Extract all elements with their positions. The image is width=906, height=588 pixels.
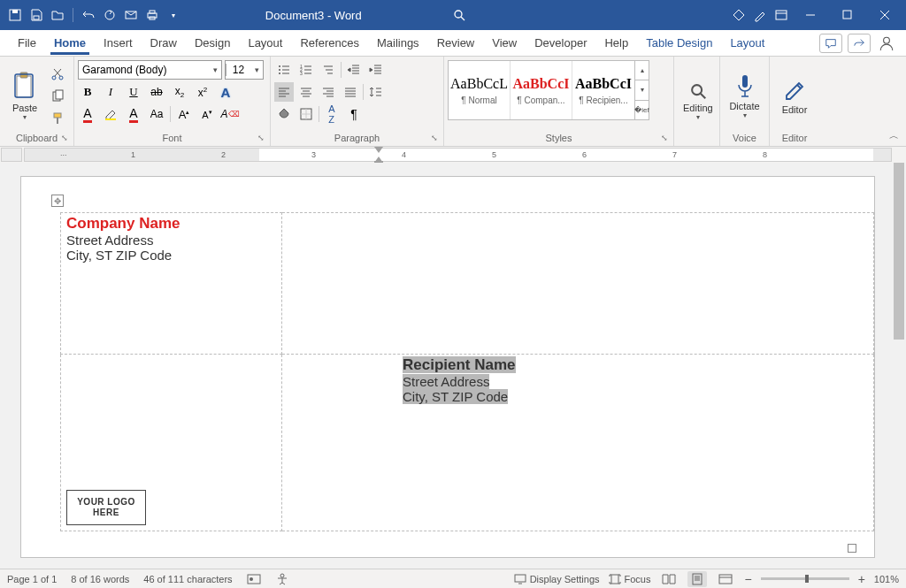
word-count[interactable]: 8 of 16 words — [71, 574, 129, 584]
gallery-up-icon[interactable]: ▴ — [635, 61, 649, 80]
strikethrough-icon[interactable]: ab — [147, 82, 166, 102]
document-area[interactable]: ✥ Company Name Street Address City, ST Z… — [0, 163, 906, 569]
paste-button[interactable]: Paste ▾ — [4, 60, 46, 132]
clipboard-launcher-icon[interactable]: ⤡ — [61, 134, 72, 144]
undo-icon[interactable] — [79, 5, 98, 25]
subscript-icon[interactable]: x2 — [170, 82, 189, 102]
zoom-out-icon[interactable]: − — [744, 572, 751, 586]
text-effects-icon[interactable]: A — [216, 82, 235, 102]
close-button[interactable] — [867, 3, 902, 27]
table-move-handle-icon[interactable]: ✥ — [51, 195, 64, 207]
ruler[interactable]: ··· 1 2 3 4 5 6 7 8 — [0, 147, 906, 163]
line-spacing-icon[interactable] — [366, 82, 386, 102]
indent-marker-icon[interactable] — [374, 154, 383, 163]
tab-table-layout[interactable]: Layout — [721, 30, 773, 57]
tab-view[interactable]: View — [483, 30, 526, 57]
zoom-slider[interactable] — [761, 577, 849, 580]
highlight-icon[interactable] — [101, 104, 120, 124]
tab-review[interactable]: Review — [428, 30, 484, 57]
copy-icon[interactable] — [48, 87, 67, 106]
page-indicator[interactable]: Page 1 of 1 — [7, 574, 57, 584]
zoom-in-icon[interactable]: + — [858, 572, 865, 586]
logo-cell[interactable]: YOUR LOGO HERE — [61, 355, 282, 531]
qat-more-icon[interactable]: ▾ — [164, 5, 183, 25]
print-icon[interactable] — [142, 5, 162, 25]
tab-file[interactable]: File — [9, 30, 45, 57]
sender-cell[interactable]: Company Name Street Address City, ST ZIP… — [61, 213, 282, 355]
font-color2-icon[interactable]: A — [124, 104, 143, 124]
styles-launcher-icon[interactable]: ⤡ — [661, 134, 672, 144]
mail-icon[interactable] — [121, 5, 141, 25]
multilevel-icon[interactable] — [319, 60, 338, 80]
indent-marker-icon[interactable] — [374, 147, 383, 154]
italic-icon[interactable]: I — [101, 82, 120, 102]
empty-cell[interactable] — [282, 213, 874, 355]
vertical-scrollbar[interactable] — [892, 163, 906, 569]
envelope-table[interactable]: Company Name Street Address City, ST ZIP… — [60, 212, 874, 531]
zoom-level[interactable]: 101% — [874, 574, 899, 584]
chevron-down-icon[interactable]: ▾ — [209, 65, 221, 74]
open-icon[interactable] — [48, 5, 67, 25]
styles-gallery[interactable]: AaBbCcL ¶ Normal AaBbCcI ¶ Compan... AaB… — [448, 60, 649, 120]
tab-insert[interactable]: Insert — [95, 30, 142, 57]
editing-button[interactable]: Editing ▾ — [678, 60, 718, 142]
minimize-button[interactable] — [793, 3, 828, 27]
pen-icon[interactable] — [750, 5, 770, 25]
table-resize-handle-icon[interactable] — [848, 544, 856, 553]
align-right-icon[interactable] — [319, 82, 338, 102]
gallery-more-icon[interactable]: �ief — [635, 101, 649, 119]
underline-icon[interactable]: U — [124, 82, 143, 102]
style-normal[interactable]: AaBbCcL ¶ Normal — [449, 61, 511, 119]
tab-table-design[interactable]: Table Design — [637, 30, 721, 57]
search-icon[interactable] — [449, 5, 469, 25]
align-center-icon[interactable] — [296, 82, 316, 102]
display-settings-button[interactable]: Display Settings — [514, 574, 600, 584]
borders-icon[interactable] — [296, 104, 316, 124]
superscript-icon[interactable]: x2 — [193, 82, 212, 102]
font-name-combo[interactable]: Garamond (Body) ▾ — [78, 60, 222, 80]
paragraph-launcher-icon[interactable]: ⤡ — [431, 134, 441, 144]
style-recipient[interactable]: AaBbCcI ¶ Recipien... — [572, 61, 634, 119]
decrease-indent-icon[interactable] — [344, 60, 364, 80]
print-layout-icon[interactable] — [687, 571, 707, 587]
tab-home[interactable]: Home — [45, 30, 95, 57]
shading-icon[interactable] — [274, 104, 294, 124]
macro-icon[interactable] — [247, 573, 261, 585]
editor-button[interactable]: Editor — [773, 60, 816, 132]
tab-help[interactable]: Help — [595, 30, 637, 57]
maximize-button[interactable] — [830, 3, 865, 27]
shrink-font-icon[interactable]: A▾ — [197, 104, 217, 124]
tab-draw[interactable]: Draw — [142, 30, 186, 57]
tab-references[interactable]: References — [291, 30, 367, 57]
gallery-down-icon[interactable]: ▾ — [635, 80, 649, 100]
char-count[interactable]: 46 of 111 characters — [143, 574, 232, 584]
chevron-down-icon[interactable]: ▾ — [250, 65, 263, 74]
bold-icon[interactable]: B — [78, 82, 97, 102]
clear-format-icon[interactable]: A⌫ — [220, 104, 240, 124]
numbering-icon[interactable]: 123 — [296, 60, 316, 80]
align-left-icon[interactable] — [274, 82, 294, 102]
format-painter-icon[interactable] — [48, 109, 67, 128]
font-size-combo[interactable]: 12 ▾ — [225, 60, 264, 80]
tab-developer[interactable]: Developer — [526, 30, 595, 57]
redo-icon[interactable] — [100, 5, 119, 25]
tab-design[interactable]: Design — [186, 30, 239, 57]
tab-layout[interactable]: Layout — [239, 30, 291, 57]
font-color-icon[interactable]: A — [78, 104, 97, 124]
style-company[interactable]: AaBbCcI ¶ Compan... — [511, 61, 572, 119]
logo-placeholder[interactable]: YOUR LOGO HERE — [66, 490, 146, 525]
dictate-button[interactable]: Dictate ▾ — [724, 60, 765, 132]
autosave-icon[interactable] — [5, 5, 25, 25]
ribbon-mode-icon[interactable] — [772, 5, 791, 25]
cut-icon[interactable] — [48, 65, 67, 84]
comments-button[interactable] — [819, 34, 842, 53]
accessibility-icon[interactable] — [275, 573, 289, 585]
recipient-cell[interactable]: Recipient Name Street Address City, ST Z… — [282, 355, 874, 531]
web-layout-icon[interactable] — [716, 571, 735, 587]
bullets-icon[interactable] — [274, 60, 294, 80]
account-icon[interactable] — [876, 35, 897, 51]
justify-icon[interactable] — [341, 82, 360, 102]
save-icon[interactable] — [27, 5, 46, 25]
diamond-icon[interactable] — [729, 5, 749, 25]
collapse-ribbon-icon[interactable]: ︿ — [889, 129, 899, 142]
